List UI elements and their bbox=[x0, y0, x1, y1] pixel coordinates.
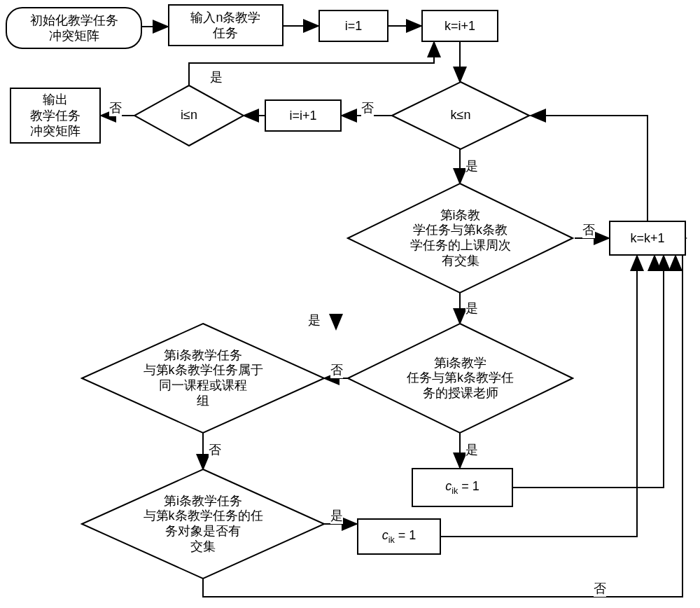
cond-week-decision: 第i条教学任务与第k条教学任务的上课周次有交集 bbox=[346, 182, 574, 294]
label-course-yes: 是 bbox=[308, 312, 321, 329]
inc-k-label: k=k+1 bbox=[630, 230, 664, 247]
label-object-no: 否 bbox=[594, 580, 606, 597]
set-c1-b-label: cik = 1 bbox=[382, 527, 416, 546]
label-teacher-no: 否 bbox=[330, 361, 343, 378]
label-kn-yes: 是 bbox=[465, 158, 478, 174]
cond-in-decision: i≤n bbox=[133, 84, 245, 147]
cond-teacher-label: 第i条教学任务与第k条教学任务的授课老师 bbox=[407, 356, 514, 401]
input-n-process: 输入n条教学任务 bbox=[168, 4, 284, 46]
set-c1-b-process: cik = 1 bbox=[357, 518, 441, 555]
label-in-no: 否 bbox=[109, 99, 122, 116]
set-i1-label: i=1 bbox=[345, 18, 363, 34]
set-k-label: k=i+1 bbox=[444, 18, 475, 34]
label-in-yes: 是 bbox=[210, 69, 223, 85]
cond-week-label: 第i条教学任务与第k条教学任务的上课周次有交集 bbox=[410, 208, 511, 268]
start-label: 初始化教学任务冲突矩阵 bbox=[30, 13, 118, 44]
cond-course-label: 第i条教学任务与第k条教学任务属于同一课程或课程组 bbox=[144, 348, 263, 408]
label-course-no: 否 bbox=[209, 441, 221, 458]
output-label: 输出教学任务冲突矩阵 bbox=[30, 92, 80, 139]
cond-in-label: i≤n bbox=[181, 108, 197, 123]
inc-k-process: k=k+1 bbox=[609, 221, 686, 256]
cond-teacher-decision: 第i条教学任务与第k条教学任务的授课老师 bbox=[346, 322, 574, 434]
cond-object-label: 第i条教学任务与第k条教学任务的任务对象是否有交集 bbox=[144, 494, 263, 554]
label-teacher-yes: 是 bbox=[465, 441, 478, 458]
cond-course-decision: 第i条教学任务与第k条教学任务属于同一课程或课程组 bbox=[80, 322, 326, 434]
start-terminator: 初始化教学任务冲突矩阵 bbox=[6, 7, 142, 49]
cond-object-decision: 第i条教学任务与第k条教学任务的任务对象是否有交集 bbox=[80, 468, 326, 580]
inc-i-label: i=i+1 bbox=[289, 108, 316, 124]
set-c1-a-label: cik = 1 bbox=[445, 478, 479, 497]
output-process: 输出教学任务冲突矩阵 bbox=[10, 88, 101, 144]
flowchart-layer: 初始化教学任务冲突矩阵 输入n条教学任务 i=1 k=i+1 k≤n i=i+1… bbox=[0, 0, 700, 608]
label-kn-no: 否 bbox=[361, 99, 374, 116]
label-week-no: 否 bbox=[582, 221, 595, 238]
label-week-yes: 是 bbox=[465, 300, 478, 317]
label-object-yes: 是 bbox=[330, 507, 343, 524]
set-k-process: k=i+1 bbox=[421, 10, 498, 42]
cond-kn-decision: k≤n bbox=[391, 81, 531, 151]
set-c1-a-process: cik = 1 bbox=[412, 468, 513, 507]
set-i1-process: i=1 bbox=[318, 10, 388, 42]
input-n-label: 输入n条教学任务 bbox=[190, 10, 260, 41]
cond-kn-label: k≤n bbox=[451, 108, 471, 123]
inc-i-process: i=i+1 bbox=[265, 99, 342, 132]
